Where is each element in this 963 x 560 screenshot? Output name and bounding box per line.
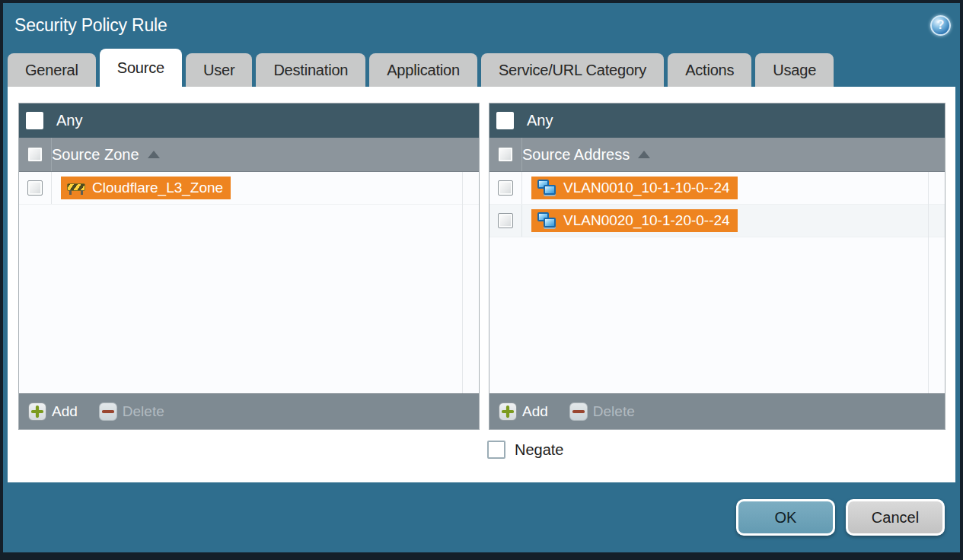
add-button[interactable]: Add bbox=[499, 402, 548, 421]
source-zone-any-row: Any bbox=[19, 103, 479, 138]
any-label: Any bbox=[56, 112, 82, 129]
source-address-footer: Add Delete bbox=[489, 393, 945, 429]
plus-icon bbox=[499, 402, 517, 421]
address-row: VLAN0010_10-1-10-0--24 bbox=[489, 172, 945, 205]
negate-label: Negate bbox=[515, 441, 564, 459]
tab-source[interactable]: Source bbox=[100, 49, 182, 87]
tab-application[interactable]: Application bbox=[369, 53, 477, 87]
tab-destination[interactable]: Destination bbox=[256, 53, 365, 87]
sort-ascending-icon bbox=[148, 151, 160, 158]
any-checkbox[interactable] bbox=[496, 112, 514, 129]
zone-item-label: Cloudflare_L3_Zone bbox=[92, 180, 223, 196]
tab-usage[interactable]: Usage bbox=[755, 53, 834, 87]
tab-actions[interactable]: Actions bbox=[668, 53, 751, 87]
add-label: Add bbox=[522, 403, 548, 420]
address-item-label: VLAN0020_10-1-20-0--24 bbox=[563, 212, 730, 229]
zone-item-chip[interactable]: Cloudflare_L3_Zone bbox=[61, 177, 231, 199]
tab-user[interactable]: User bbox=[186, 53, 252, 87]
address-item-chip[interactable]: VLAN0020_10-1-20-0--24 bbox=[531, 209, 738, 232]
checkbox-column bbox=[489, 138, 522, 171]
delete-button[interactable]: Delete bbox=[569, 402, 635, 421]
minus-icon bbox=[569, 402, 588, 421]
tab-general[interactable]: General bbox=[8, 53, 96, 87]
sort-ascending-icon bbox=[638, 151, 650, 158]
source-zone-footer: Add Delete bbox=[19, 393, 479, 429]
any-checkbox[interactable] bbox=[26, 112, 43, 129]
checkbox-column bbox=[19, 172, 52, 204]
any-label: Any bbox=[527, 112, 553, 129]
titlebar: Security Policy Rule ? bbox=[3, 3, 960, 47]
cancel-button[interactable]: Cancel bbox=[846, 499, 945, 536]
help-icon[interactable]: ? bbox=[930, 15, 951, 36]
source-zone-panel: Any Source Zone bbox=[18, 103, 480, 430]
address-icon bbox=[537, 180, 556, 196]
source-address-list: VLAN0010_10-1-10-0--24 VLAN0020_10-1-20-… bbox=[489, 172, 945, 393]
delete-label: Delete bbox=[123, 403, 164, 420]
checkbox-column bbox=[489, 172, 522, 204]
security-policy-rule-dialog: Security Policy Rule ? General Source Us… bbox=[3, 3, 960, 552]
negate-row: Negate bbox=[487, 441, 955, 459]
panels-row: Any Source Zone bbox=[8, 87, 955, 430]
add-button[interactable]: Add bbox=[28, 402, 78, 421]
dialog-action-bar: OK Cancel bbox=[3, 482, 960, 552]
source-zone-list: Cloudflare_L3_Zone bbox=[19, 172, 479, 393]
column-header-label: Source Zone bbox=[52, 146, 139, 164]
negate-checkbox[interactable] bbox=[487, 441, 505, 459]
delete-button[interactable]: Delete bbox=[99, 402, 164, 421]
source-address-panel: Any Source Address bbox=[489, 103, 945, 430]
checkbox-column bbox=[19, 138, 52, 171]
address-row: VLAN0020_10-1-20-0--24 bbox=[489, 205, 945, 237]
checkbox-column bbox=[489, 205, 522, 237]
zone-row: Cloudflare_L3_Zone bbox=[19, 172, 479, 205]
row-checkbox[interactable] bbox=[27, 180, 43, 196]
minus-icon bbox=[99, 402, 117, 421]
delete-label: Delete bbox=[593, 403, 635, 420]
select-all-checkbox[interactable] bbox=[498, 147, 513, 162]
source-zone-column-header[interactable]: Source Zone bbox=[19, 138, 479, 172]
address-item-chip[interactable]: VLAN0010_10-1-10-0--24 bbox=[531, 177, 738, 199]
zone-icon bbox=[67, 182, 85, 195]
source-address-column-header[interactable]: Source Address bbox=[489, 138, 945, 172]
column-header-label: Source Address bbox=[522, 146, 630, 164]
select-all-checkbox[interactable] bbox=[27, 147, 43, 162]
source-address-any-row: Any bbox=[489, 103, 945, 138]
address-item-label: VLAN0010_10-1-10-0--24 bbox=[563, 180, 730, 196]
ok-button[interactable]: OK bbox=[736, 499, 835, 536]
row-checkbox[interactable] bbox=[498, 213, 513, 228]
tab-bar: General Source User Destination Applicat… bbox=[3, 47, 960, 87]
row-checkbox[interactable] bbox=[498, 180, 513, 196]
source-tab-content: Any Source Zone bbox=[8, 87, 955, 482]
dialog-title: Security Policy Rule bbox=[14, 15, 167, 36]
address-icon bbox=[537, 212, 556, 229]
tab-service-url-category[interactable]: Service/URL Category bbox=[481, 53, 664, 87]
add-label: Add bbox=[52, 403, 78, 420]
plus-icon bbox=[28, 402, 46, 421]
